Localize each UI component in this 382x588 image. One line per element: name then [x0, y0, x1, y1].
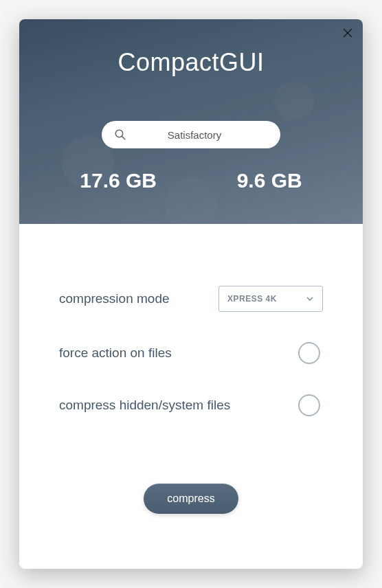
- chevron-down-icon: [306, 295, 314, 303]
- size-before: 17.6 GB: [80, 169, 157, 192]
- close-icon: [342, 27, 353, 38]
- force-action-row: force action on files: [59, 342, 323, 364]
- size-row: 17.6 GB 9.6 GB: [19, 169, 363, 192]
- compress-hidden-label: compress hidden/system files: [59, 398, 230, 413]
- search-value: Satisfactory: [121, 129, 268, 141]
- compression-mode-row: compression mode XPRESS 4K: [59, 286, 323, 312]
- force-action-label: force action on files: [59, 346, 172, 361]
- compression-mode-selected: XPRESS 4K: [227, 294, 277, 304]
- size-after: 9.6 GB: [237, 169, 302, 192]
- footer: compress: [19, 484, 363, 514]
- app-window: CompactGUI Satisfactory 17.6 GB 9.6 GB c…: [19, 19, 363, 569]
- compress-hidden-row: compress hidden/system files: [59, 394, 323, 416]
- search-input[interactable]: Satisfactory: [102, 121, 280, 148]
- options-panel: compression mode XPRESS 4K force action …: [19, 224, 363, 416]
- compression-mode-label: compression mode: [59, 291, 170, 306]
- compress-hidden-toggle[interactable]: [298, 394, 320, 416]
- compress-button[interactable]: compress: [144, 484, 238, 514]
- force-action-toggle[interactable]: [298, 342, 320, 364]
- close-button[interactable]: [342, 27, 353, 38]
- header: CompactGUI Satisfactory 17.6 GB 9.6 GB: [19, 19, 363, 224]
- app-title: CompactGUI: [117, 48, 264, 77]
- compression-mode-dropdown[interactable]: XPRESS 4K: [218, 286, 323, 312]
